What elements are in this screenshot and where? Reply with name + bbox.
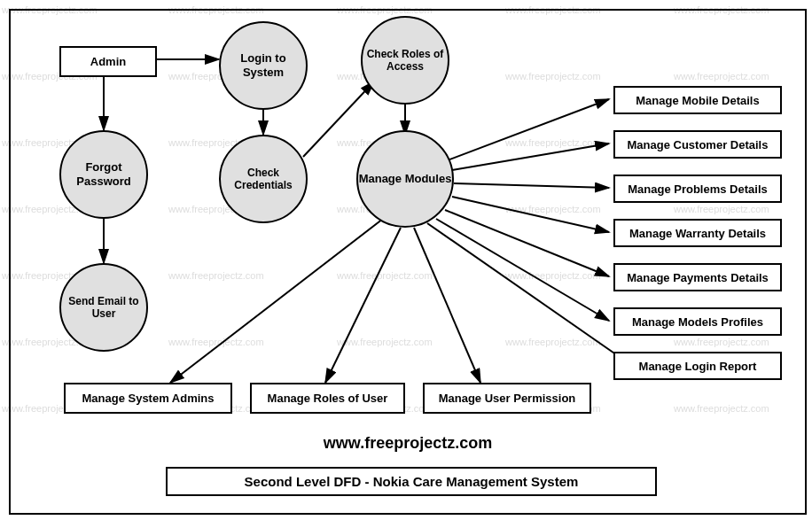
entity-label: Manage Warranty Details bbox=[629, 227, 766, 240]
entity-mobile: Manage Mobile Details bbox=[613, 86, 782, 114]
entity-label: Manage Payments Details bbox=[627, 271, 769, 284]
svg-line-6 bbox=[445, 99, 609, 161]
process-check-cred: Check Credentials bbox=[219, 135, 308, 223]
svg-line-15 bbox=[170, 219, 383, 383]
entity-admin: Admin bbox=[59, 46, 157, 77]
entity-label: Manage Login Report bbox=[639, 360, 757, 373]
entity-label: Manage User Permission bbox=[439, 392, 576, 405]
process-forgot: Forgot Password bbox=[59, 130, 148, 219]
entity-label: Admin bbox=[90, 55, 126, 68]
process-label: Send Email to User bbox=[61, 295, 146, 321]
svg-line-10 bbox=[445, 210, 609, 276]
svg-line-7 bbox=[452, 144, 609, 170]
entity-label: Manage Customer Details bbox=[628, 138, 769, 151]
entity-payments: Manage Payments Details bbox=[613, 263, 782, 291]
process-label: Check Credentials bbox=[221, 167, 306, 192]
footer-url: www.freeprojectz.com bbox=[11, 434, 805, 453]
entity-login-report: Manage Login Report bbox=[613, 352, 782, 380]
process-manage-modules: Manage Modules bbox=[356, 130, 454, 228]
diagram-title: Second Level DFD - Nokia Care Management… bbox=[166, 467, 657, 496]
entity-sys-admins: Manage System Admins bbox=[64, 383, 232, 414]
svg-line-12 bbox=[427, 223, 631, 365]
process-send-email: Send Email to User bbox=[59, 263, 148, 352]
svg-line-11 bbox=[436, 219, 609, 321]
process-login: Login to System bbox=[219, 21, 308, 110]
process-label: Check Roles of Access bbox=[363, 48, 448, 74]
process-check-roles: Check Roles of Access bbox=[361, 16, 449, 105]
entity-label: Manage Mobile Details bbox=[636, 94, 759, 107]
entity-customer: Manage Customer Details bbox=[613, 130, 782, 159]
entity-roles-user: Manage Roles of User bbox=[250, 383, 405, 414]
process-label: Forgot Password bbox=[61, 160, 146, 188]
entity-problems: Manage Problems Details bbox=[613, 175, 782, 203]
entity-label: Manage System Admins bbox=[82, 392, 214, 405]
process-label: Manage Modules bbox=[359, 172, 452, 186]
svg-line-14 bbox=[325, 228, 401, 383]
entity-warranty: Manage Warranty Details bbox=[613, 219, 782, 247]
entity-models: Manage Models Profiles bbox=[613, 307, 782, 336]
entity-label: Manage Roles of User bbox=[268, 392, 388, 405]
entity-label: Manage Problems Details bbox=[628, 182, 768, 196]
svg-line-13 bbox=[414, 228, 480, 383]
process-label: Login to System bbox=[221, 51, 306, 79]
svg-line-8 bbox=[454, 183, 609, 188]
entity-user-perm: Manage User Permission bbox=[423, 383, 591, 414]
svg-line-4 bbox=[303, 81, 374, 157]
svg-line-9 bbox=[452, 197, 609, 232]
diagram-frame: Admin Login to System Check Roles of Acc… bbox=[9, 9, 807, 515]
entity-label: Manage Models Profiles bbox=[632, 315, 763, 329]
